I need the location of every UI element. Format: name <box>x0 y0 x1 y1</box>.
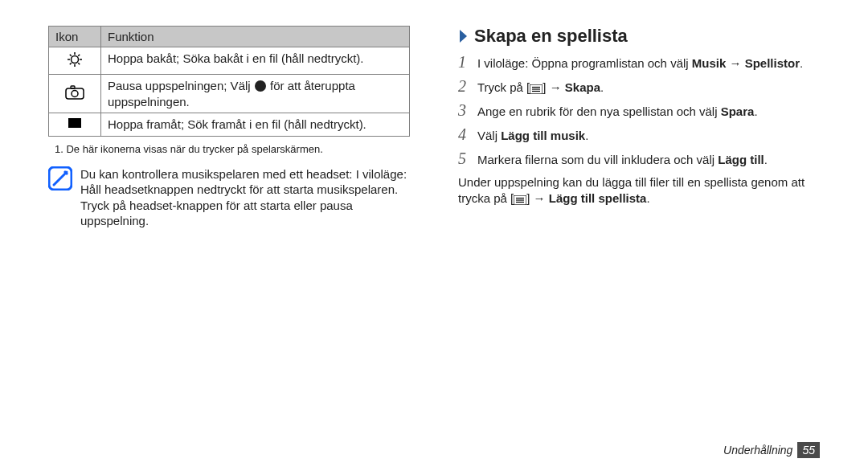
note-text: Du kan kontrollera musikspelaren med ett… <box>80 166 410 229</box>
svg-point-2 <box>72 91 78 97</box>
chevron-right-icon <box>458 28 469 44</box>
svg-point-0 <box>72 56 79 63</box>
step-number: 3 <box>458 100 469 121</box>
after-steps-text: . <box>646 191 649 205</box>
step-text: Ange en rubrik för den nya spellistan oc… <box>477 104 721 118</box>
note-box: Du kan kontrollera musikspelaren med ett… <box>48 166 410 229</box>
step-text: I viloläge: Öppna programlistan och välj <box>477 56 692 70</box>
step-5: 5 Markera filerna som du vill inkludera … <box>458 148 820 170</box>
icon-function-table: Ikon Funktion Hoppa bakåt; Söka bakåt i … <box>48 26 410 137</box>
footnote: 1. De här ikonerna visas när du trycker … <box>55 143 410 155</box>
step-bold: Musik <box>692 56 727 70</box>
step-bold: Spellistor <box>745 56 800 70</box>
col-header-icon: Ikon <box>49 27 101 47</box>
step-arrow: → <box>726 56 744 70</box>
row1-icon-cell <box>49 47 101 75</box>
step-bold: Spara <box>721 104 755 118</box>
row2-icon-cell <box>49 75 101 113</box>
after-steps-paragraph: Under uppspelning kan du lägga till file… <box>458 174 820 207</box>
row3-function: Hoppa framåt; Sök framåt i en fil (håll … <box>101 113 410 137</box>
step-number: 4 <box>458 124 469 145</box>
step-4: 4 Välj Lägg till musik. <box>458 124 820 145</box>
play-circle-icon <box>254 80 267 92</box>
page-footer: Underhållning 55 <box>723 442 820 458</box>
row3-icon-cell <box>49 113 101 137</box>
row1-function: Hoppa bakåt; Söka bakåt i en fil (håll n… <box>101 47 410 75</box>
step-text: . <box>754 104 757 118</box>
step-bold: Lägg till <box>718 153 764 166</box>
step-text: . <box>764 153 768 166</box>
step-bold: Lägg till musik <box>501 129 585 142</box>
step-number: 1 <box>458 51 469 73</box>
footer-page-number: 55 <box>797 442 820 458</box>
step-number: 2 <box>458 76 469 97</box>
note-icon <box>48 166 72 193</box>
row2-function: Pausa uppspelningen; Välj för att återup… <box>101 75 410 113</box>
col-header-function: Funktion <box>101 27 410 47</box>
row2-pre: Pausa uppspelningen; Välj <box>108 79 254 92</box>
step-text: Markera filerna som du vill inkludera oc… <box>477 153 718 166</box>
section-heading-text: Skapa en spellista <box>474 26 628 47</box>
step-number: 5 <box>458 148 469 170</box>
step-bold: Skapa <box>565 80 600 94</box>
step-text: ] → <box>542 80 565 94</box>
step-text: Tryck på [ <box>477 80 530 94</box>
step-1: 1 I viloläge: Öppna programlistan och vä… <box>458 51 820 73</box>
step-text: Välj <box>477 129 501 142</box>
after-steps-text: ] → <box>526 191 549 205</box>
pause-camera-icon <box>65 85 84 100</box>
step-3: 3 Ange en rubrik för den nya spellistan … <box>458 100 820 121</box>
svg-rect-3 <box>71 86 75 88</box>
section-heading: Skapa en spellista <box>458 26 820 47</box>
next-square-icon <box>67 117 83 129</box>
menu-icon <box>530 84 542 94</box>
svg-rect-5 <box>68 118 81 128</box>
steps-list: 1 I viloläge: Öppna programlistan och vä… <box>458 51 820 170</box>
prev-gear-icon <box>66 51 84 68</box>
step-text: . <box>800 56 803 70</box>
step-text: . <box>600 80 604 94</box>
step-2: 2 Tryck på [] → Skapa. <box>458 76 820 97</box>
svg-point-4 <box>255 80 266 92</box>
menu-icon <box>514 195 526 205</box>
after-steps-bold: Lägg till spellista <box>549 191 647 205</box>
footer-category: Underhållning <box>723 444 792 457</box>
step-text: . <box>585 129 588 142</box>
